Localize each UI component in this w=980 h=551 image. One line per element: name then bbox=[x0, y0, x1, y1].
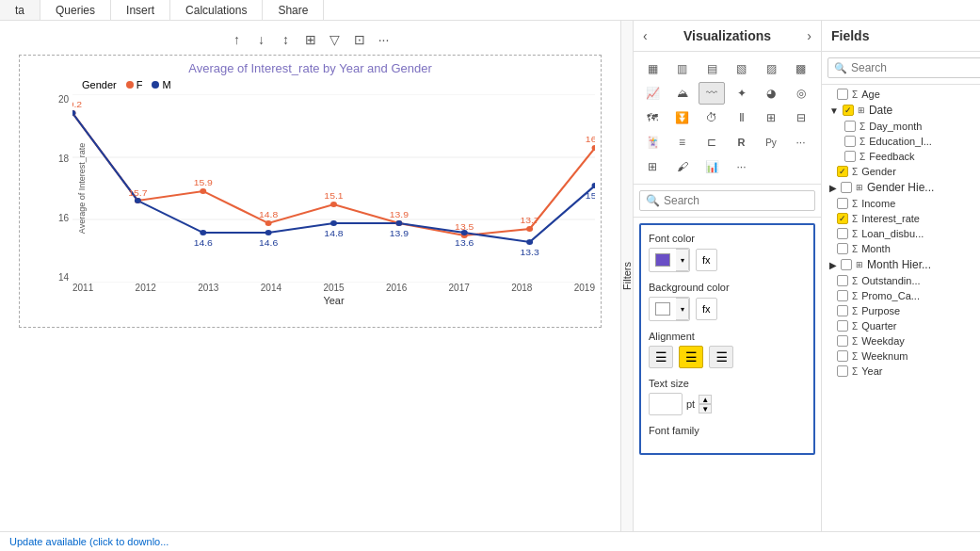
viz-icon-slicer[interactable]: ⊏ bbox=[699, 131, 725, 154]
viz-icon-stack-h[interactable]: ▨ bbox=[758, 57, 784, 80]
text-size-up-btn[interactable]: ▲ bbox=[699, 395, 712, 404]
viz-icon-matrix[interactable]: ⊟ bbox=[788, 106, 814, 129]
field-checkbox-purpose[interactable] bbox=[837, 305, 848, 316]
viz-icon-pie[interactable]: ◕ bbox=[758, 82, 784, 105]
field-checkbox-weekday[interactable] bbox=[837, 335, 848, 347]
f-point-2018 bbox=[526, 226, 533, 232]
sort-desc-icon[interactable]: ↓ bbox=[252, 30, 271, 49]
font-color-dropdown-btn[interactable]: ▾ bbox=[676, 249, 689, 271]
tab-calculations[interactable]: Calculations bbox=[170, 0, 263, 20]
field-checkbox-year[interactable] bbox=[837, 365, 848, 377]
sort-asc-icon[interactable]: ↑ bbox=[228, 30, 247, 49]
field-item-purpose[interactable]: Σ Purpose bbox=[822, 303, 980, 318]
field-checkbox-promo-ca[interactable] bbox=[837, 290, 848, 301]
viz-icon-kpi[interactable]: Ⅱ bbox=[729, 106, 755, 129]
tab-share[interactable]: Share bbox=[263, 0, 324, 20]
field-group-date[interactable]: ▼ ⊞ Date bbox=[822, 102, 980, 119]
fields-search-input[interactable] bbox=[851, 61, 980, 74]
viz-icon-area[interactable]: ⛰ bbox=[669, 82, 696, 105]
viz-icon-more1[interactable]: ··· bbox=[788, 131, 814, 154]
field-checkbox-income[interactable] bbox=[837, 198, 848, 209]
field-item-weekday[interactable]: Σ Weekday bbox=[822, 333, 980, 348]
viz-icon-100-bar[interactable]: ▤ bbox=[699, 57, 725, 80]
field-item-gender[interactable]: Σ Gender bbox=[822, 164, 980, 179]
field-item-education[interactable]: Σ Education_l... bbox=[822, 134, 980, 149]
viz-icon-funnel[interactable]: ⏬ bbox=[669, 106, 696, 129]
field-item-income[interactable]: Σ Income bbox=[822, 196, 980, 211]
viz-next-btn[interactable]: › bbox=[807, 28, 811, 43]
viz-icon-map[interactable]: 🗺 bbox=[639, 106, 666, 129]
text-size-input[interactable]: 22 bbox=[649, 393, 683, 415]
field-checkbox-quarter[interactable] bbox=[837, 320, 848, 332]
align-right-btn[interactable]: ☰ bbox=[709, 346, 733, 368]
more-icon[interactable]: ··· bbox=[375, 30, 394, 49]
expand-icon[interactable]: ⊡ bbox=[350, 30, 369, 49]
field-item-feedback[interactable]: Σ Feedback bbox=[822, 149, 980, 164]
viz-search-input[interactable] bbox=[664, 194, 809, 207]
field-item-promo-ca[interactable]: Σ Promo_Ca... bbox=[822, 288, 980, 303]
viz-icon-ribbon[interactable]: 〰 bbox=[699, 82, 725, 105]
tab-insert[interactable]: Insert bbox=[111, 0, 170, 20]
viz-icon-line[interactable]: 📈 bbox=[639, 82, 666, 105]
viz-icon-bar-h[interactable]: ▧ bbox=[729, 57, 755, 80]
update-bar[interactable]: Update available (click to downlo... bbox=[0, 531, 980, 551]
bg-color-swatch-btn[interactable] bbox=[650, 298, 676, 320]
filters-panel[interactable]: Filters bbox=[621, 21, 634, 531]
align-center-btn[interactable]: ☰ bbox=[679, 346, 703, 368]
viz-icon-gauge[interactable]: ⏱ bbox=[699, 106, 725, 129]
field-checkbox-month[interactable] bbox=[837, 243, 848, 254]
tab-data[interactable]: ta bbox=[0, 0, 40, 20]
field-item-loan-disbu[interactable]: Σ Loan_disbu... bbox=[822, 226, 980, 241]
bg-color-fx-btn[interactable]: fx bbox=[696, 298, 717, 320]
field-checkbox-interest-rate[interactable] bbox=[837, 213, 848, 224]
text-size-down-btn[interactable]: ▼ bbox=[699, 404, 712, 413]
field-checkbox-gender[interactable] bbox=[837, 166, 848, 177]
viz-icon-donut[interactable]: ◎ bbox=[788, 82, 814, 105]
field-checkbox-loan-disbu[interactable] bbox=[837, 228, 848, 239]
viz-prev-btn[interactable]: ‹ bbox=[643, 28, 648, 43]
font-color-picker[interactable]: ▾ bbox=[649, 248, 690, 272]
viz-icon-py[interactable]: Py bbox=[758, 131, 784, 154]
field-checkbox-outstanding[interactable] bbox=[837, 275, 848, 286]
viz-icon-bar[interactable]: ▦ bbox=[639, 57, 666, 80]
bg-color-picker[interactable]: ▾ bbox=[649, 297, 690, 321]
viz-icon-brush[interactable]: 🖌 bbox=[669, 155, 696, 178]
field-checkbox-day-month[interactable] bbox=[844, 121, 856, 132]
viz-icon-100-h[interactable]: ▩ bbox=[788, 57, 814, 80]
field-checkbox-weeknum[interactable] bbox=[837, 350, 848, 362]
font-color-swatch-btn[interactable] bbox=[650, 249, 676, 271]
field-checkbox-date[interactable] bbox=[843, 105, 854, 116]
field-item-outstanding[interactable]: Σ Outstandin... bbox=[822, 273, 980, 288]
viz-icon-scatter[interactable]: ✦ bbox=[729, 82, 755, 105]
field-item-interest-rate[interactable]: Σ Interest_rate bbox=[822, 211, 980, 226]
field-checkbox-education[interactable] bbox=[844, 136, 856, 147]
viz-icon-grid[interactable]: ⊞ bbox=[639, 155, 666, 178]
viz-icon-stack-bar[interactable]: ▥ bbox=[669, 57, 696, 80]
font-color-fx-btn[interactable]: fx bbox=[696, 249, 717, 271]
bg-color-dropdown-btn[interactable]: ▾ bbox=[676, 298, 689, 320]
field-item-age[interactable]: Σ Age bbox=[822, 87, 980, 102]
field-checkbox-gender-hie[interactable] bbox=[841, 182, 852, 193]
focus-icon[interactable]: ⊞ bbox=[301, 30, 320, 49]
filter-icon[interactable]: ▽ bbox=[326, 30, 345, 49]
viz-icon-multi-row[interactable]: ≡ bbox=[669, 131, 696, 154]
sort-az-icon[interactable]: ↕ bbox=[277, 30, 296, 49]
field-checkbox-feedback[interactable] bbox=[844, 151, 856, 162]
sigma-icon-weeknum: Σ bbox=[852, 351, 858, 362]
viz-icon-r[interactable]: R bbox=[729, 131, 755, 154]
field-group-gender-hie[interactable]: ▶ ⊞ Gender Hie... bbox=[822, 179, 980, 196]
field-checkbox-month-hier[interactable] bbox=[841, 259, 852, 270]
field-item-day-month[interactable]: Σ Day_month bbox=[822, 119, 980, 134]
field-item-weeknum[interactable]: Σ Weeknum bbox=[822, 348, 980, 364]
viz-icon-more2[interactable]: ··· bbox=[729, 155, 755, 178]
field-item-quarter[interactable]: Σ Quarter bbox=[822, 318, 980, 333]
viz-icon-card[interactable]: 🃏 bbox=[639, 131, 666, 154]
tab-queries[interactable]: Queries bbox=[40, 0, 111, 20]
field-item-year[interactable]: Σ Year bbox=[822, 364, 980, 379]
viz-icon-analytics[interactable]: 📊 bbox=[699, 155, 725, 178]
viz-icon-table[interactable]: ⊞ bbox=[758, 106, 784, 129]
align-left-btn[interactable]: ☰ bbox=[649, 346, 673, 368]
field-checkbox-age[interactable] bbox=[837, 89, 848, 100]
field-group-month-hier[interactable]: ▶ ⊞ Month Hier... bbox=[822, 256, 980, 273]
field-item-month[interactable]: Σ Month bbox=[822, 241, 980, 256]
